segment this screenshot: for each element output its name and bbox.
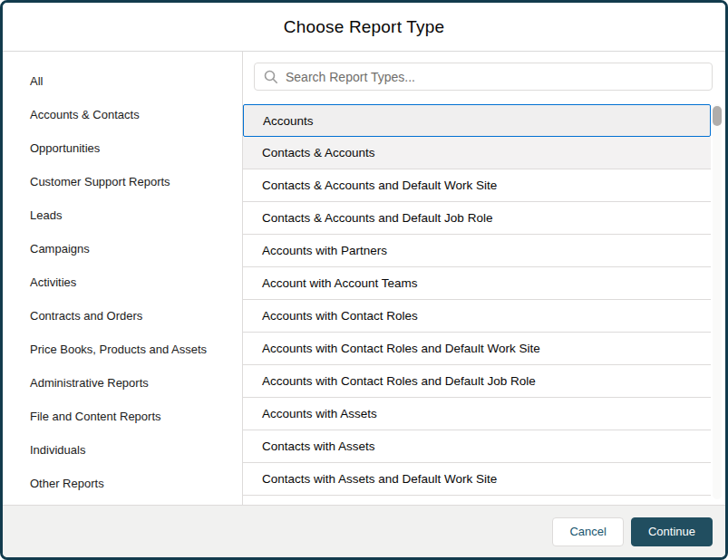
report-type-label: Account with Account Teams (262, 276, 418, 290)
report-type-label: Accounts with Contact Roles and Default … (262, 342, 540, 355)
report-type-label: Accounts with Partners (262, 244, 387, 257)
choose-report-type-modal: Choose Report Type All Accounts & Contac… (0, 0, 728, 560)
report-type-label: Accounts with Contact Roles and Default … (262, 374, 536, 388)
report-type-option[interactable]: Accounts with Assets (243, 398, 711, 430)
sidebar-item-other-reports[interactable]: Other Reports (30, 467, 242, 500)
modal-title: Choose Report Type (284, 17, 445, 37)
report-type-option-partial[interactable] (243, 496, 711, 501)
report-type-label: Accounts with Contact Roles (262, 309, 418, 323)
search-wrap (243, 52, 725, 91)
sidebar-item-activities[interactable]: Activities (30, 266, 242, 299)
report-type-label: Contacts with Assets (262, 439, 375, 453)
sidebar-item-administrative-reports[interactable]: Administrative Reports (30, 366, 242, 400)
sidebar-item-campaigns[interactable]: Campaigns (30, 232, 242, 266)
report-type-label: Accounts (263, 114, 314, 128)
report-type-option-accounts[interactable]: Accounts (243, 104, 711, 137)
report-type-label: Contacts & Accounts (262, 146, 375, 159)
report-type-label: Contacts & Accounts and Default Work Sit… (262, 179, 497, 192)
scrollbar-track[interactable] (713, 104, 722, 499)
report-type-option[interactable]: Accounts with Contact Roles (243, 300, 711, 333)
modal-footer: Cancel Continue (3, 505, 725, 557)
category-sidebar: All Accounts & Contacts Opportunities Cu… (3, 52, 243, 505)
cancel-button[interactable]: Cancel (552, 517, 623, 546)
sidebar-item-opportunities[interactable]: Opportunities (30, 131, 242, 165)
sidebar-item-all[interactable]: All (30, 64, 242, 98)
report-type-list: Accounts Contacts & Accounts Contacts & … (243, 104, 711, 501)
report-type-label: Contacts with Assets and Default Work Si… (262, 472, 497, 486)
sidebar-item-leads[interactable]: Leads (30, 198, 242, 232)
sidebar-item-contracts-and-orders[interactable]: Contracts and Orders (30, 299, 242, 333)
report-type-option-contacts-accounts[interactable]: Contacts & Accounts (243, 137, 711, 169)
search-input[interactable] (255, 63, 712, 90)
report-type-option[interactable]: Contacts & Accounts and Default Job Role (243, 202, 711, 235)
sidebar-item-individuals[interactable]: Individuals (30, 433, 242, 467)
report-type-option[interactable]: Accounts with Contact Roles and Default … (243, 333, 711, 365)
modal-body: All Accounts & Contacts Opportunities Cu… (3, 52, 725, 505)
report-type-option[interactable]: Contacts with Assets and Default Work Si… (243, 463, 711, 496)
report-type-option[interactable]: Account with Account Teams (243, 267, 711, 300)
sidebar-item-accounts-contacts[interactable]: Accounts & Contacts (30, 98, 242, 131)
sidebar-item-customer-support-reports[interactable]: Customer Support Reports (30, 165, 242, 198)
report-type-option[interactable]: Contacts with Assets (243, 430, 711, 463)
report-type-option[interactable]: Accounts with Contact Roles and Default … (243, 365, 711, 398)
search-box (254, 63, 713, 91)
scrollbar-thumb[interactable] (713, 106, 722, 126)
sidebar-item-price-books-products-assets[interactable]: Price Books, Products and Assets (30, 333, 242, 366)
report-type-option[interactable]: Contacts & Accounts and Default Work Sit… (243, 169, 711, 202)
report-type-label: Contacts & Accounts and Default Job Role (262, 211, 492, 225)
report-type-panel: Accounts Contacts & Accounts Contacts & … (243, 52, 725, 505)
continue-button[interactable]: Continue (631, 517, 713, 546)
sidebar-item-file-and-content-reports[interactable]: File and Content Reports (30, 400, 242, 433)
report-type-option[interactable]: Accounts with Partners (243, 235, 711, 267)
report-type-label: Accounts with Assets (262, 407, 377, 420)
modal-header: Choose Report Type (3, 3, 725, 52)
